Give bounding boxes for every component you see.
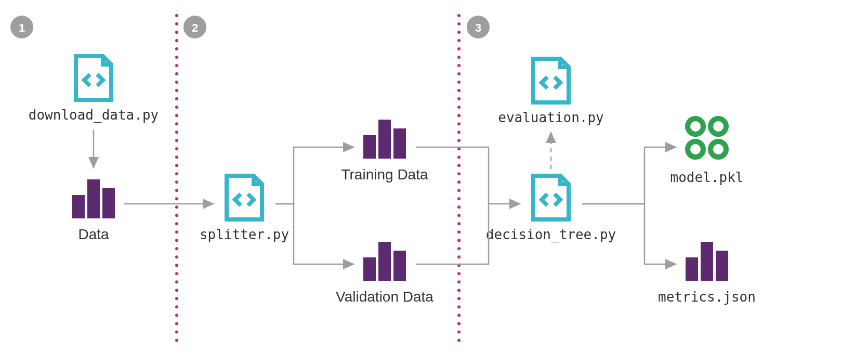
node-training-label: Training Data <box>341 166 428 183</box>
stage-2-badge: 2 <box>183 16 206 38</box>
node-decision-tree: decision_tree.py <box>486 176 616 243</box>
node-evaluation: evaluation.py <box>498 59 604 125</box>
arrow-decision-to-model <box>582 147 676 204</box>
node-download-label: download_data.py <box>29 107 159 123</box>
node-data: Data <box>72 179 115 242</box>
node-splitter: splitter.py <box>200 176 289 242</box>
stage-3-badge: 3 <box>467 16 490 38</box>
code-file-icon <box>227 176 262 219</box>
bar-chart-icon <box>686 242 728 281</box>
arrow-validation-to-decision <box>416 204 489 264</box>
code-file-icon <box>533 59 569 102</box>
node-training: Training Data <box>341 120 428 183</box>
bar-chart-icon <box>363 242 406 281</box>
node-download: download_data.py <box>29 56 159 123</box>
node-metrics: metrics.json <box>658 242 756 305</box>
model-circles-icon <box>688 119 726 157</box>
node-data-label: Data <box>78 226 109 242</box>
stage-1-badge: 1 <box>10 16 33 38</box>
bar-chart-icon <box>72 179 115 218</box>
node-model: model.pkl <box>670 119 744 185</box>
node-validation-label: Validation Data <box>336 289 433 305</box>
node-metrics-label: metrics.json <box>658 289 756 305</box>
bar-chart-icon <box>363 120 406 159</box>
arrow-training-to-decision <box>416 147 520 204</box>
code-file-icon <box>533 176 569 219</box>
pipeline-diagram: 1 2 3 download_data.py Data splitter.py … <box>0 0 868 364</box>
node-evaluation-label: evaluation.py <box>498 110 604 125</box>
stage-1-number: 1 <box>19 21 25 34</box>
node-splitter-label: splitter.py <box>200 227 289 242</box>
stage-3-number: 3 <box>475 21 481 34</box>
node-validation: Validation Data <box>336 242 433 305</box>
code-file-icon <box>76 56 111 100</box>
node-decision-tree-label: decision_tree.py <box>486 227 616 243</box>
stage-2-number: 2 <box>192 21 198 34</box>
node-model-label: model.pkl <box>670 170 744 185</box>
